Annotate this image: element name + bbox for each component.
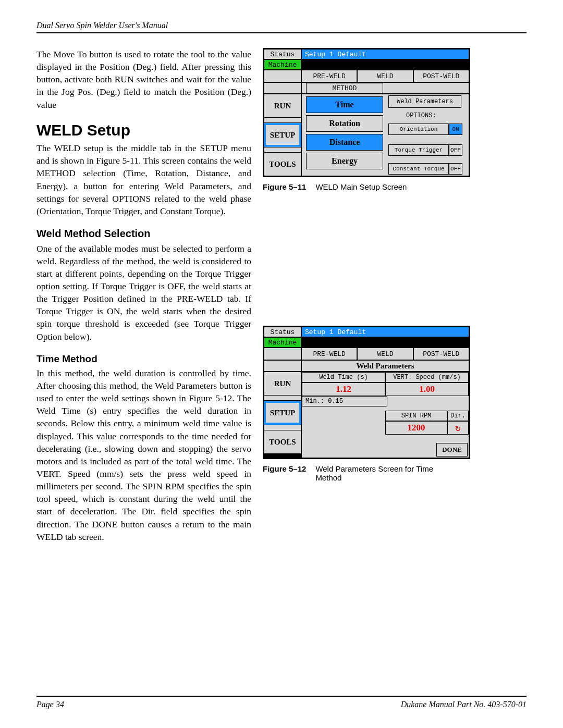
nav-setup-button[interactable]: SETUP xyxy=(264,123,301,147)
nav-gap-3 xyxy=(264,396,301,401)
para-weld-setup: The WELD setup is the middle tab in the … xyxy=(36,142,251,217)
status-label: Status xyxy=(264,49,301,59)
status-label-2: Status xyxy=(264,327,301,337)
machine-label-2: Machine xyxy=(264,337,301,348)
weld-parameters-title: Weld Parameters xyxy=(301,360,469,372)
nav-tools-button-2[interactable]: TOOLS xyxy=(264,430,301,454)
figures-column: Status Machine Setup 1 Default xyxy=(263,48,527,543)
option-orientation[interactable]: Orientation xyxy=(388,124,449,135)
weld-parameters-button[interactable]: Weld Parameters xyxy=(388,95,461,108)
spin-rpm-value[interactable]: 1200 xyxy=(385,421,447,435)
method-time-button[interactable]: Time xyxy=(306,96,383,113)
figure-5-12: Status Machine Setup 1 Default PRE-WELD xyxy=(263,326,527,482)
dir-arrow-icon[interactable]: ↻ xyxy=(447,421,469,435)
method-rotation-button[interactable]: Rotation xyxy=(306,115,383,132)
blank-cell xyxy=(387,396,469,406)
side-blank-3 xyxy=(264,348,301,360)
weld-parameters-screen: Status Machine Setup 1 Default PRE-WELD xyxy=(263,326,470,459)
heading-weld-setup: WELD Setup xyxy=(36,119,251,141)
tab-post-weld-2[interactable]: POST-WELD xyxy=(413,348,469,360)
side-blank xyxy=(264,70,301,82)
body-text-column: The Move To button is used to rotate the… xyxy=(36,48,251,543)
page-header: Dual Servo Spin Welder User's Manual xyxy=(36,21,527,33)
nav-gap-4 xyxy=(264,425,301,430)
intro-paragraph: The Move To button is used to rotate the… xyxy=(36,48,251,111)
side-blank-2 xyxy=(264,82,301,94)
nav-tools-button[interactable]: TOOLS xyxy=(264,152,301,176)
side-blank-4 xyxy=(264,360,301,372)
method-distance-button[interactable]: Distance xyxy=(306,134,383,151)
option-torque-trigger-value[interactable]: OFF xyxy=(449,144,462,156)
tab-weld[interactable]: WELD xyxy=(357,70,413,82)
figure-5-11: Status Machine Setup 1 Default xyxy=(263,48,527,191)
tab-weld-2[interactable]: WELD xyxy=(357,348,413,360)
nav-run-button[interactable]: RUN xyxy=(264,94,301,118)
nav-gap-2 xyxy=(264,147,301,152)
tab-pre-weld[interactable]: PRE-WELD xyxy=(301,70,357,82)
option-constant-torque[interactable]: Constant Torque xyxy=(388,163,449,175)
weld-time-value[interactable]: 1.12 xyxy=(302,382,385,396)
option-constant-torque-value[interactable]: OFF xyxy=(449,163,462,175)
weld-time-label: Weld Time (s) xyxy=(302,372,385,382)
figure-5-11-label: Figure 5–11 xyxy=(263,182,306,191)
figure-5-12-caption: Weld Parameters Screen for Time Method xyxy=(306,464,452,482)
figure-5-11-caption: WELD Main Setup Screen xyxy=(306,182,407,191)
option-orientation-value[interactable]: ON xyxy=(449,124,462,135)
method-energy-button[interactable]: Energy xyxy=(306,153,383,169)
tab-post-weld[interactable]: POST-WELD xyxy=(413,70,469,82)
option-torque-trigger[interactable]: Torque Trigger xyxy=(388,144,449,156)
page-footer: Page 34 Dukane Manual Part No. 403-570-0… xyxy=(36,696,527,709)
heading-time-method: Time Method xyxy=(36,352,251,366)
method-heading: METHOD xyxy=(306,83,383,93)
machine-label: Machine xyxy=(264,59,301,70)
tab-pre-weld-2[interactable]: PRE-WELD xyxy=(301,348,357,360)
spin-rpm-label: SPIN RPM xyxy=(385,411,447,421)
nav-gap-1 xyxy=(264,118,301,123)
nav-run-button-2[interactable]: RUN xyxy=(264,372,301,396)
options-heading: OPTIONS: xyxy=(406,112,436,119)
para-weld-method-selection: One of the available modes must be selec… xyxy=(36,242,251,343)
done-button[interactable]: DONE xyxy=(436,443,468,456)
weld-main-setup-screen: Status Machine Setup 1 Default xyxy=(263,48,470,177)
figure-5-12-label: Figure 5–12 xyxy=(263,464,306,482)
vert-speed-label: VERT. Speed (mm/s) xyxy=(385,372,469,382)
titlebar-spacer-2 xyxy=(301,337,469,348)
titlebar-2: Setup 1 Default xyxy=(301,327,469,337)
page-number: Page 34 xyxy=(36,700,64,709)
titlebar-spacer xyxy=(301,59,469,70)
nav-setup-button-2[interactable]: SETUP xyxy=(264,401,301,425)
para-time-method: In this method, the weld duration is con… xyxy=(36,367,251,543)
dir-label: Dir. xyxy=(447,411,469,421)
min-time-label: Min.: 0.15 xyxy=(302,396,387,406)
heading-weld-method-selection: Weld Method Selection xyxy=(36,227,251,241)
titlebar: Setup 1 Default xyxy=(301,49,469,59)
manual-part-number: Dukane Manual Part No. 403-570-01 xyxy=(401,700,527,709)
vert-speed-value[interactable]: 1.00 xyxy=(385,382,469,396)
